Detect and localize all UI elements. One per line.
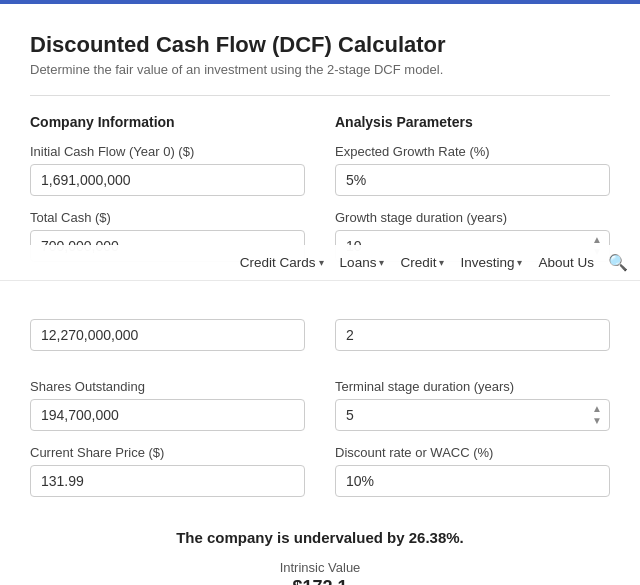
terminal-stage-group: Terminal stage duration (years) ▲ ▼ (335, 379, 610, 431)
net-income-duration-input[interactable] (335, 319, 610, 351)
net-income-input[interactable] (30, 319, 305, 351)
intrinsic-value-label: Intrinsic Value (30, 560, 610, 575)
nav-investing[interactable]: Investing ▾ (454, 251, 528, 274)
investing-label: Investing (460, 255, 514, 270)
investing-chevron: ▾ (517, 257, 522, 268)
page-title: Discounted Cash Flow (DCF) Calculator (30, 32, 610, 58)
intrinsic-value: $172.1 (30, 577, 610, 585)
header-divider (30, 95, 610, 96)
initial-cash-flow-group: Initial Cash Flow (Year 0) ($) (30, 144, 305, 196)
shares-outstanding-input[interactable] (30, 399, 305, 431)
navbar: Credit Cards ▾ Loans ▾ Credit ▾ Investin… (0, 245, 640, 281)
discount-rate-group: Discount rate or WACC (%) (335, 445, 610, 497)
expected-growth-group: Expected Growth Rate (%) (335, 144, 610, 196)
shares-outstanding-group: Shares Outstanding (30, 379, 305, 431)
expected-growth-input[interactable] (335, 164, 610, 196)
results-section: The company is undervalued by 26.38%. In… (30, 529, 610, 585)
discount-rate-label: Discount rate or WACC (%) (335, 445, 610, 460)
about-us-label: About Us (538, 255, 594, 270)
main-content: Discounted Cash Flow (DCF) Calculator De… (0, 4, 640, 585)
terminal-stage-down-arrow[interactable]: ▼ (590, 415, 604, 427)
nav-loans[interactable]: Loans ▾ (334, 251, 391, 274)
intrinsic-value-row: Intrinsic Value $172.1 (30, 560, 610, 585)
loans-label: Loans (340, 255, 377, 270)
navbar-spacer (30, 276, 610, 314)
undervalued-text: The company is undervalued by 26.38%. (30, 529, 610, 546)
share-price-input[interactable] (30, 465, 305, 497)
lower-form-grid: Shares Outstanding Terminal stage durati… (30, 379, 610, 511)
total-cash-label: Total Cash ($) (30, 210, 305, 225)
terminal-stage-input[interactable] (335, 399, 610, 431)
nav-credit-cards[interactable]: Credit Cards ▾ (234, 251, 330, 274)
right-section-header: Analysis Parameters (335, 114, 610, 130)
share-price-group: Current Share Price ($) (30, 445, 305, 497)
credit-cards-chevron: ▾ (319, 257, 324, 268)
page-subtitle: Determine the fair value of an investmen… (30, 62, 610, 77)
terminal-stage-arrows: ▲ ▼ (590, 403, 604, 427)
terminal-stage-spinner-wrapper: ▲ ▼ (335, 399, 610, 431)
discount-rate-input[interactable] (335, 465, 610, 497)
credit-chevron: ▾ (439, 257, 444, 268)
nav-about-us[interactable]: About Us (532, 251, 600, 274)
expected-growth-label: Expected Growth Rate (%) (335, 144, 610, 159)
net-income-group (30, 314, 305, 351)
loans-chevron: ▾ (379, 257, 384, 268)
share-price-label: Current Share Price ($) (30, 445, 305, 460)
shares-outstanding-label: Shares Outstanding (30, 379, 305, 394)
initial-cash-flow-input[interactable] (30, 164, 305, 196)
credit-cards-label: Credit Cards (240, 255, 316, 270)
left-section-header: Company Information (30, 114, 305, 130)
initial-cash-flow-label: Initial Cash Flow (Year 0) ($) (30, 144, 305, 159)
nav-credit[interactable]: Credit ▾ (394, 251, 450, 274)
growth-stage-label: Growth stage duration (years) (335, 210, 610, 225)
credit-label: Credit (400, 255, 436, 270)
net-income-row (30, 314, 610, 365)
terminal-stage-up-arrow[interactable]: ▲ (590, 403, 604, 415)
search-icon[interactable]: 🔍 (608, 253, 628, 272)
net-income-duration-group (335, 314, 610, 351)
terminal-stage-label: Terminal stage duration (years) (335, 379, 610, 394)
